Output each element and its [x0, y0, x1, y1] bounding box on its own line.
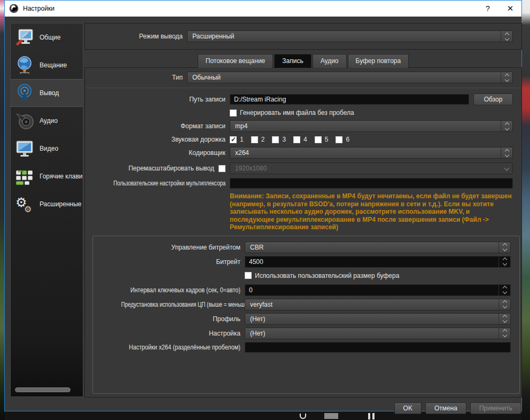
general-icon	[14, 27, 35, 48]
type-select[interactable]: Обычный	[187, 72, 513, 83]
tune-select[interactable]: (Нет)	[245, 328, 511, 339]
keyint-label: Интервал ключевых кадров (сек, 0=авто)	[93, 286, 245, 294]
video-icon	[14, 138, 35, 159]
track6-label: 6	[346, 136, 349, 143]
track2-label: 2	[261, 136, 265, 143]
keyint-spinbox[interactable]	[245, 284, 511, 296]
bitrate-input[interactable]	[245, 258, 498, 266]
output-tabs: Потоковое вещание Запись Аудио Буфер пов…	[84, 54, 522, 68]
cpu-preset-select[interactable]: veryfast	[245, 299, 511, 310]
sidebar-item-stream[interactable]: Вещание	[11, 51, 83, 79]
desktop-wallpaper-right	[522, 0, 530, 420]
chevron-updown-icon	[501, 31, 512, 42]
advanced-icon: ⚙ ⚙	[14, 194, 35, 214]
sidebar-scrollbar[interactable]	[15, 387, 71, 392]
stream-icon	[14, 55, 35, 75]
no-space-checkbox[interactable]	[230, 110, 237, 116]
sidebar-item-video[interactable]: Видео	[11, 135, 83, 162]
audio-icon	[14, 111, 35, 131]
bitrate-spinbox[interactable]	[245, 256, 511, 268]
recording-path-input[interactable]	[230, 94, 469, 105]
tab-streaming[interactable]: Потоковое вещание	[198, 54, 274, 68]
settings-sidebar: Общие Вещание	[10, 23, 83, 397]
output-mode-select[interactable]: Расширенный	[187, 30, 513, 42]
ok-button[interactable]: OK	[394, 402, 422, 414]
tab-audio[interactable]: Аудио	[313, 54, 347, 68]
chevron-updown-icon	[498, 256, 510, 267]
settings-window: Настройки ? ✕ Общие	[4, 0, 522, 411]
format-label: Формат записи	[85, 122, 230, 130]
recording-settings: Путь записи Обзор Генерировать имя файла…	[85, 88, 521, 231]
desktop: Настройки ? ✕ Общие	[0, 0, 530, 420]
browse-button[interactable]: Обзор	[473, 94, 513, 105]
bitrate-label: Битрейт	[93, 258, 245, 266]
track1-checkbox[interactable]	[230, 136, 237, 143]
output-mode-section: Режим вывода Расширенный	[84, 23, 522, 50]
encoder-select[interactable]: x264	[230, 147, 513, 159]
sidebar-item-label: Горячие клавиши	[40, 173, 83, 180]
rate-control-value: CBR	[245, 244, 498, 251]
keyint-input[interactable]	[245, 286, 498, 294]
chevron-down-icon	[501, 163, 512, 174]
track4-checkbox[interactable]	[293, 136, 300, 143]
x264opts-label: Настройки x264 (разделённые пробелом)	[93, 344, 245, 351]
titlebar[interactable]: Настройки ? ✕	[5, 1, 521, 17]
track4-label: 4	[303, 136, 307, 143]
chevron-updown-icon	[498, 242, 510, 253]
no-space-label: Генерировать имя файла без пробела	[240, 109, 354, 116]
tab-replay-buffer[interactable]: Буфер повтора	[348, 54, 409, 68]
profile-value: (Нет)	[245, 315, 498, 323]
track3-checkbox[interactable]	[272, 136, 279, 143]
close-button[interactable]: ✕	[499, 1, 521, 17]
encoder-value: x264	[230, 149, 501, 157]
format-value: mp4	[230, 122, 501, 130]
track6-checkbox[interactable]	[336, 136, 342, 143]
sidebar-item-general[interactable]: Общие	[11, 24, 83, 51]
apply-button[interactable]: Применить	[470, 402, 521, 414]
rescale-checkbox[interactable]	[219, 165, 225, 172]
track3-label: 3	[282, 136, 286, 143]
chevron-updown-icon	[498, 328, 510, 339]
x264opts-input[interactable]	[245, 342, 511, 353]
format-select[interactable]: mp4	[230, 120, 513, 132]
rate-control-select[interactable]: CBR	[245, 242, 511, 253]
help-button[interactable]: ?	[477, 1, 499, 17]
track2-checkbox[interactable]	[251, 136, 258, 143]
chevron-updown-icon	[498, 285, 510, 295]
type-value: Обычный	[188, 74, 501, 81]
muxer-input[interactable]	[230, 178, 513, 189]
muxer-label: Пользовательские настройки мультиплексор…	[85, 180, 230, 187]
cpu-preset-value: veryfast	[245, 301, 498, 308]
encoder-settings-group: Управление битрейтом CBR Битрейт	[92, 236, 520, 394]
sidebar-item-label: Расширенные	[40, 200, 82, 208]
profile-select[interactable]: (Нет)	[245, 313, 511, 325]
sidebar-item-advanced[interactable]: ⚙ ⚙ Расширенные	[11, 190, 83, 218]
custom-buffer-label: Использовать пользовательский размер буф…	[255, 272, 399, 279]
rescale-label: Перемасштабировать вывод	[128, 165, 214, 172]
track5-label: 5	[325, 136, 329, 143]
svg-text:⚙: ⚙	[24, 205, 32, 214]
sidebar-item-label: Аудио	[40, 117, 58, 125]
window-title: Настройки	[23, 5, 477, 12]
sidebar-item-hotkeys[interactable]: Горячие клавиши	[11, 162, 83, 190]
custom-buffer-checkbox[interactable]	[245, 272, 252, 279]
type-label: Тип	[85, 74, 187, 81]
hotkeys-icon	[14, 166, 35, 186]
tab-recording[interactable]: Запись	[274, 54, 311, 68]
sidebar-item-label: Вывод	[40, 89, 59, 97]
rescale-select[interactable]: 1920x1080	[230, 162, 513, 174]
rescale-value: 1920x1080	[230, 165, 501, 172]
rescale-label-wrap: Перемасштабировать вывод	[85, 165, 230, 172]
sidebar-item-label: Видео	[40, 145, 58, 152]
settings-main: Режим вывода Расширенный Потоковое вещан…	[84, 23, 522, 419]
dialog-footer: OK Отмена Применить	[84, 398, 522, 419]
sidebar-item-audio[interactable]: Аудио	[11, 107, 83, 135]
obs-logo-icon	[9, 4, 19, 13]
chevron-updown-icon	[501, 72, 512, 83]
track5-checkbox[interactable]	[315, 136, 322, 143]
chevron-updown-icon	[498, 299, 510, 310]
track1-label: 1	[240, 136, 244, 143]
tune-value: (Нет)	[245, 330, 498, 337]
cancel-button[interactable]: Отмена	[425, 402, 466, 414]
sidebar-item-output[interactable]: Вывод	[11, 79, 83, 107]
